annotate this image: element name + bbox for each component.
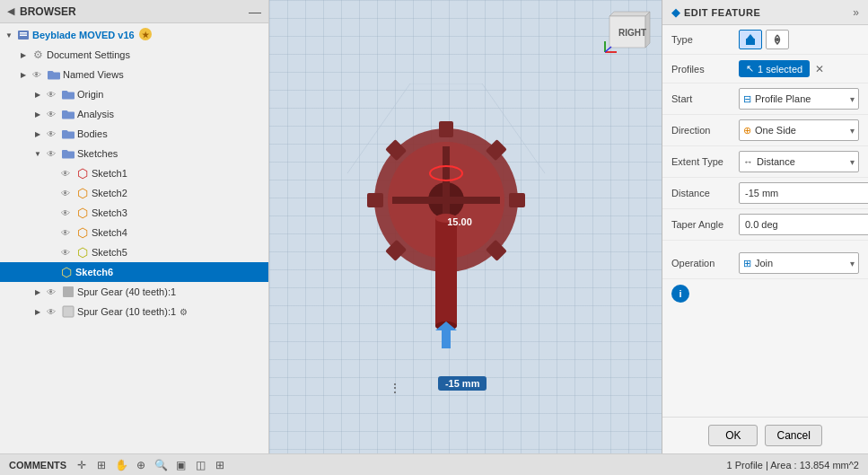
edit-feature-header: ◆ EDIT FEATURE » [662, 0, 868, 25]
tree-item-sketches[interactable]: ▼ 👁 Sketches [0, 144, 268, 163]
folder-named-views-icon [47, 67, 61, 82]
arrow-sketch1 [47, 168, 57, 179]
start-value: Profile Plane [755, 93, 811, 104]
eye-icon-sketch2[interactable]: 👁 [59, 189, 72, 198]
tree-item-spur-gear-40[interactable]: ▶ 👁 Spur Gear (40 teeth):1 [0, 282, 268, 302]
eye-icon-named-views[interactable]: 👁 [31, 70, 43, 79]
arrow-sketch4 [47, 227, 57, 238]
svg-marker-37 [747, 34, 754, 39]
eye-icon-analysis[interactable]: 👁 [45, 110, 57, 119]
folder-bodies-icon [61, 127, 75, 141]
taper-input[interactable] [739, 214, 868, 235]
tree-item-root[interactable]: ▼ Beyblade MOVED v16 ★ [0, 25, 268, 45]
tree-item-bodies[interactable]: ▶ 👁 Bodies [0, 124, 268, 144]
profiles-clear-button[interactable]: ✕ [813, 63, 826, 75]
direction-row: Direction ⊕ One Side ▾ [662, 115, 868, 146]
browser-tree: ▼ Beyblade MOVED v16 ★ [0, 23, 268, 453]
svg-rect-1 [20, 32, 27, 34]
eye-icon-spur10[interactable]: 👁 [45, 307, 57, 316]
tree-item-sketch2[interactable]: 👁 ⬡ Sketch2 [0, 183, 268, 203]
move-icon[interactable]: ✛ [74, 457, 90, 473]
arrow-sketch5 [47, 247, 57, 258]
profiles-control: ↖ 1 selected ✕ [739, 60, 859, 77]
bodies-label: Bodies [77, 128, 108, 139]
tree-item-sketch4[interactable]: 👁 ⬡ Sketch4 [0, 223, 268, 242]
svg-rect-19 [439, 121, 453, 137]
tree-item-sketch6[interactable]: ⬡ Sketch6 [0, 262, 268, 282]
comments-label: COMMENTS [9, 460, 66, 471]
eye-icon-sketch3[interactable]: 👁 [59, 208, 72, 217]
svg-rect-31 [435, 218, 457, 326]
folder-origin-icon [61, 87, 75, 101]
svg-rect-25 [367, 193, 383, 207]
tree-item-analysis[interactable]: ▶ 👁 Analysis [0, 104, 268, 124]
operation-label: Operation [671, 258, 739, 268]
magnify-icon[interactable]: ⊕ [133, 457, 149, 473]
eye-icon-sketch4[interactable]: 👁 [59, 228, 72, 237]
eye-icon-origin[interactable]: 👁 [45, 90, 57, 99]
gear-icon: ⚙ [31, 48, 45, 62]
tree-item-origin[interactable]: ▶ 👁 Origin [0, 84, 268, 104]
extent-type-value: Distance [757, 156, 795, 167]
tree-item-sketch1[interactable]: 👁 ⬡ Sketch1 [0, 163, 268, 183]
svg-rect-5 [63, 286, 74, 297]
type-label: Type [671, 34, 739, 45]
display-icon[interactable]: ▣ [172, 457, 189, 473]
named-views-label: Named Views [63, 69, 124, 80]
type-revolve-btn[interactable] [766, 30, 789, 49]
context-menu-dots[interactable]: ⋮ [389, 381, 401, 395]
start-label: Start [671, 93, 739, 104]
eye-icon-sketches[interactable]: 👁 [45, 149, 57, 158]
svg-text:★: ★ [142, 31, 150, 40]
tree-item-sketch5[interactable]: 👁 ⬡ Sketch5 [0, 242, 268, 262]
distance-row: Distance [662, 178, 868, 209]
type-extrude-btn[interactable] [739, 30, 762, 49]
viewport-cube[interactable]: RIGHT [601, 7, 654, 57]
root-badge: ★ [138, 27, 153, 44]
extent-type-row: Extent Type ↔ Distance ▾ [662, 146, 868, 178]
distance-badge: -15 mm [438, 376, 487, 391]
grid2-icon[interactable]: ⊞ [212, 457, 228, 473]
svg-text:RIGHT: RIGHT [618, 28, 646, 38]
direction-dropdown[interactable]: ⊕ One Side ▾ [739, 119, 859, 141]
start-dropdown[interactable]: ⊟ Profile Plane ▾ [739, 88, 859, 110]
ok-button[interactable]: OK [708, 425, 758, 446]
tree-item-doc-settings[interactable]: ▶ ⚙ Document Settings [0, 45, 268, 65]
edit-feature-expand-icon[interactable]: » [853, 6, 859, 19]
tree-item-named-views[interactable]: ▶ 👁 Named Views [0, 65, 268, 84]
browser-header: ◀ BROWSER — [0, 0, 268, 23]
eye-icon-sketch1[interactable]: 👁 [59, 169, 72, 178]
tree-item-spur-gear-10[interactable]: ▶ 👁 Spur Gear (10 teeth):1 ⚙ [0, 302, 268, 321]
distance-control [739, 182, 868, 204]
analysis-label: Analysis [77, 109, 114, 119]
status-left: COMMENTS ✛ ⊞ ✋ ⊕ 🔍 ▣ ◫ ⊞ [9, 457, 228, 473]
view-icon[interactable]: ◫ [192, 457, 208, 473]
collapse-browser-icon[interactable]: ◀ [7, 5, 14, 17]
eye-icon-sketch5[interactable]: 👁 [59, 248, 72, 257]
operation-dropdown[interactable]: ⊞ Join ▾ [739, 252, 859, 274]
cancel-button[interactable]: Cancel [765, 425, 821, 446]
eye-icon-bodies[interactable]: 👁 [45, 129, 57, 138]
grid-icon[interactable]: ⊞ [93, 457, 110, 473]
sketch5-icon: ⬡ [75, 245, 90, 259]
hand-icon[interactable]: ✋ [113, 457, 129, 473]
direction-control: ⊕ One Side ▾ [739, 119, 859, 141]
canvas-area[interactable]: RIGHT [269, 0, 662, 453]
eye-icon-spur40[interactable]: 👁 [45, 287, 57, 296]
sketch5-label: Sketch5 [92, 247, 127, 258]
zoom-icon[interactable]: 🔍 [153, 457, 169, 473]
extent-type-dropdown[interactable]: ↔ Distance ▾ [739, 151, 859, 172]
distance-input[interactable] [739, 182, 868, 204]
app-container: ◀ BROWSER — ▼ Beyblade MOV [0, 0, 868, 475]
browser-minimize-icon[interactable]: — [249, 4, 261, 19]
svg-rect-21 [509, 193, 525, 207]
spur40-label: Spur Gear (40 teeth):1 [77, 286, 176, 297]
profiles-selected-button[interactable]: ↖ 1 selected [739, 60, 810, 77]
status-toolbar-icons: ✛ ⊞ ✋ ⊕ 🔍 ▣ ◫ ⊞ [74, 457, 228, 473]
tree-item-sketch3[interactable]: 👁 ⬡ Sketch3 [0, 203, 268, 223]
direction-label: Direction [671, 125, 739, 136]
doc-settings-label: Document Settings [47, 49, 130, 60]
extent-type-control: ↔ Distance ▾ [739, 151, 859, 172]
distance-label: Distance [671, 188, 739, 198]
spur10-settings-icon[interactable]: ⚙ [180, 307, 188, 317]
